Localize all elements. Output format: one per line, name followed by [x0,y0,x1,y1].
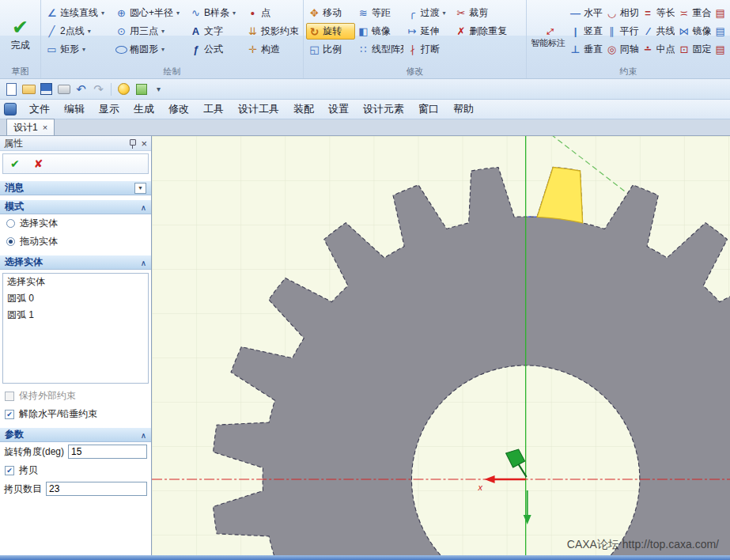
copy-count-input[interactable] [46,482,147,496]
print-icon[interactable] [56,81,71,96]
two-point-line-button[interactable]: 2点线 [43,23,113,40]
fixed-constraint-button[interactable]: 固定 [675,41,712,58]
formula-label: 公式 [204,43,223,56]
pin-icon[interactable] [128,138,136,149]
menu-edit[interactable]: 编辑 [57,99,92,119]
vertical-constraint-button[interactable]: 竖直 [567,23,603,40]
mirror-constraint-button[interactable]: 镜像 [675,23,712,40]
release-hv-constraint-row[interactable]: 解除水平/铅垂约束 [0,405,151,423]
two-point-line-icon [46,25,58,37]
toolbar-options-caret-icon[interactable] [151,81,166,96]
construction-button[interactable]: 构造 [244,41,300,58]
collinear-constraint-button[interactable]: 共线 [640,23,676,40]
menu-design-tools[interactable]: 设计工具 [231,99,286,119]
cancel-icon[interactable] [34,157,43,170]
tangent-constraint-button[interactable]: 相切 [603,5,640,21]
menu-display[interactable]: 显示 [92,99,127,119]
panel-close-icon[interactable] [141,138,147,149]
ellipse-button[interactable]: 椭圆形 [113,41,187,58]
new-document-icon[interactable] [4,81,19,96]
three-point-circle-button[interactable]: 用三点 [113,23,187,40]
bspline-button[interactable]: B样条 [187,5,244,21]
section-select-entity[interactable]: 选择实体 [0,255,151,270]
smart-dimension-button[interactable]: 智能标注 [529,4,567,65]
menu-assembly[interactable]: 装配 [286,99,321,119]
linear-array-button[interactable]: 线型阵列 [355,41,404,58]
bspline-label: B样条 [204,6,229,20]
list-item-arc0[interactable]: 圆弧 0 [3,290,148,307]
section-parameters[interactable]: 参数 [0,427,151,442]
canvas-drawing[interactable]: x [152,136,730,555]
tab-design1[interactable]: 设计1 × [6,119,55,135]
extend-button[interactable]: 延伸 [404,23,453,40]
menu-settings[interactable]: 设置 [321,99,356,119]
equal-length-constraint-button[interactable]: 等长 [640,5,676,21]
accept-icon[interactable] [10,157,20,170]
perpendicular-constraint-button[interactable]: 垂直 [567,41,603,58]
copy-checkbox[interactable] [5,466,14,475]
formula-button[interactable]: 公式 [187,41,244,58]
rotate-button[interactable]: 旋转 [306,23,355,40]
circle-center-radius-button[interactable]: 圆心+半径 [113,5,187,21]
rotate-icon [308,25,320,37]
coincident-constraint-button[interactable]: 重合 [675,5,712,21]
list-item-arc1[interactable]: 圆弧 1 [3,307,148,324]
menu-generate[interactable]: 生成 [127,99,161,119]
radio-selected-icon[interactable] [6,237,15,246]
open-file-icon[interactable] [21,81,36,96]
redo-icon[interactable] [91,81,106,96]
selected-entity-list[interactable]: 选择实体 圆弧 0 圆弧 1 [2,273,149,384]
rotation-angle-row: 旋转角度(deg) [0,442,151,461]
rotation-angle-input[interactable] [68,445,147,459]
mode-option-drag[interactable]: 拖动实体 [0,233,151,251]
keep-external-constraint-row[interactable]: 保持外部约束 [0,387,151,405]
panel-title-bar: 属性 [0,136,151,151]
projection-constraint-button[interactable]: 投影约束 [244,23,300,40]
release-hv-checkbox[interactable] [5,410,14,419]
offset-button[interactable]: 等距 [355,5,404,21]
text-button[interactable]: 文字 [187,23,244,40]
three-point-circle-label: 用三点 [130,25,158,38]
scale-button[interactable]: 比例 [306,41,355,58]
parallel-constraint-button[interactable]: 平行 [603,23,640,40]
undo-icon[interactable] [74,81,89,96]
polyline-button[interactable]: 连续直线 [43,5,113,21]
finish-sketch-button[interactable]: 完成 [2,4,38,65]
more-constraint-button-2[interactable] [712,23,728,40]
section-mode[interactable]: 模式 [0,199,151,214]
break-button[interactable]: 打断 [404,41,453,58]
sketch-canvas[interactable]: x CAXA论坛 http://top.caxa.com/ [152,136,730,555]
menu-modify[interactable]: 修改 [161,99,196,119]
ellipse-icon [115,44,127,55]
more-constraint-button-1[interactable] [712,5,728,21]
more-constraint-button-3[interactable] [712,41,728,58]
save-icon[interactable] [39,81,54,96]
copy-row[interactable]: 拷贝 [0,461,151,479]
menu-help[interactable]: 帮助 [446,99,481,119]
tab-close-icon[interactable]: × [43,123,47,132]
render-ball-icon[interactable] [116,81,131,96]
menu-design-elements[interactable]: 设计元素 [356,99,411,119]
radio-unselected-icon[interactable] [6,219,15,228]
mirror-button[interactable]: 镜像 [355,23,404,40]
midpoint-constraint-button[interactable]: 中点 [640,41,676,58]
menu-file[interactable]: 文件 [22,99,57,119]
rectangle-button[interactable]: 矩形 [43,41,113,58]
move-button[interactable]: 移动 [306,5,355,21]
mode-option-select[interactable]: 选择实体 [0,214,151,233]
group-label-draw: 绘制 [41,66,303,78]
solid-tool-icon[interactable] [134,81,149,96]
keep-external-checkbox[interactable] [5,392,14,401]
trim-button[interactable]: 裁剪 [452,5,524,21]
fillet-button[interactable]: 过渡 [404,5,453,21]
delete-duplicate-button[interactable]: 删除重复 [452,23,524,40]
message-dropdown[interactable] [134,183,146,194]
more-constraint-icon-2 [714,25,726,37]
horizontal-constraint-button[interactable]: 水平 [567,5,603,21]
coaxial-constraint-button[interactable]: 同轴 [603,41,640,58]
menu-window[interactable]: 窗口 [411,99,446,119]
copy-label: 拷贝 [19,464,38,477]
section-message[interactable]: 消息 [0,180,151,195]
menu-tools[interactable]: 工具 [196,99,231,119]
point-button[interactable]: 点 [244,5,300,21]
